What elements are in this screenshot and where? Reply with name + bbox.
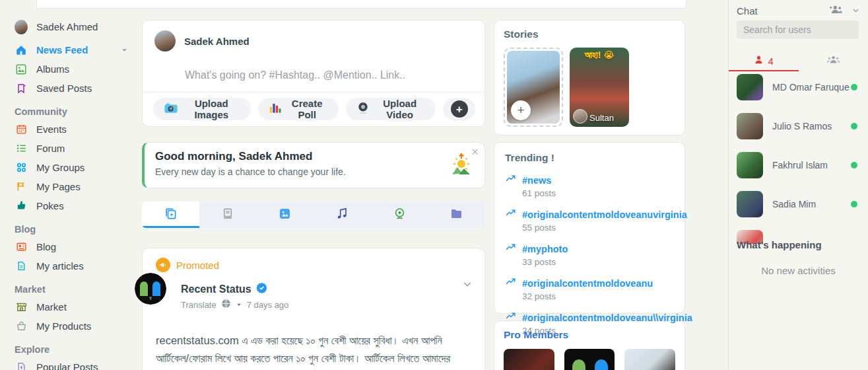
add-story-plus-icon[interactable]: + [511,100,531,120]
tab-live[interactable] [371,202,428,228]
trending-post-count: 55 posts [522,223,674,233]
sidebar-item-my-products[interactable]: My Products [8,316,137,336]
greeting-banner: Good morning, Sadek Ahmed Every new day … [142,142,485,188]
greeting-subtitle: Every new day is a chance to change your… [155,166,474,177]
trending-link[interactable]: #news [505,174,674,186]
sidebar-item-albums[interactable]: Albums [8,59,137,79]
list-icon [15,143,28,154]
home-icon [15,44,28,56]
tab-files[interactable] [428,202,485,228]
music-note-icon [336,207,348,222]
trending-up-icon [505,242,516,255]
pro-member-photo[interactable] [624,349,675,370]
composer-avatar [154,30,176,52]
tab-photos[interactable] [256,202,314,228]
chat-tab-contacts[interactable]: 4 [729,50,799,71]
chat-user-row[interactable]: MD Omar Faruque [737,74,859,100]
chat-search-input[interactable] [737,20,859,39]
profile-avatar [15,20,28,34]
hand-icon [15,200,28,211]
story-card[interactable]: আহা! 😭 Sultan [570,48,629,127]
group-icon [827,55,840,67]
svg-text:T: T [149,296,152,301]
camera-icon [164,102,178,116]
trending-up-icon [505,208,516,221]
popular-file-icon [15,361,28,370]
trending-post-count: 33 posts [522,257,674,267]
translate-link[interactable]: Translate [181,300,217,310]
online-status-dot [851,123,857,130]
sidebar-item-popular-posts[interactable]: Popular Posts [8,357,137,370]
upload-video-button[interactable]: Upload Video [346,98,436,120]
trending-item: #myphoto 33 posts [505,242,674,267]
sidebar-item-events[interactable]: Events [8,120,137,139]
trending-link[interactable]: #myphoto [505,242,674,255]
trending-up-icon [505,174,516,186]
status-input[interactable]: What's going on? #Hashtag.. @Mention.. L… [185,69,473,81]
tab-articles[interactable] [199,202,257,228]
sidebar-item-my-articles[interactable]: My articles [8,256,137,276]
section-header-community: Community [15,106,137,117]
bookmark-icon [15,83,28,94]
online-count: 4 [768,56,774,67]
chevron-down-icon[interactable] [121,44,128,56]
promoted-author-avatar[interactable]: T [135,273,166,305]
composer-more-button[interactable]: + [443,98,475,120]
poll-chart-icon [269,102,281,116]
stories-widget: Stories + আহা! 😭 Sultan [494,20,685,135]
trending-post-count: 32 posts [522,291,674,301]
chat-tab-groups[interactable] [799,50,868,71]
online-status-dot [851,84,857,91]
tab-sounds[interactable] [314,202,371,228]
sidebar-item-news-feed[interactable]: News Feed [8,40,137,59]
trending-item: #originalcontentmoldoveanu 32 posts [505,277,674,301]
folder-icon [450,207,463,223]
sidebar-item-market[interactable]: Market [8,297,137,316]
sidebar-item-forum[interactable]: Forum [8,139,137,158]
divider [143,92,484,92]
post-options-chevron-icon[interactable] [462,279,473,292]
post-time: 7 days ago [247,300,289,310]
trending-link[interactable]: #originalcontentmoldoveanu [505,277,674,289]
caret-down-icon[interactable] [236,300,242,310]
plus-icon: + [451,100,468,118]
albums-icon [15,63,28,75]
sidebar-item-blog[interactable]: Blog [8,237,137,256]
globe-icon [221,299,231,311]
trending-link[interactable]: #originalcontentmoldoveanuvirginia [505,208,674,221]
live-cam-icon [393,207,406,223]
sidebar-item-my-pages[interactable]: My Pages [8,177,137,196]
story-author-avatar [573,109,587,124]
topbar-sliver [36,0,686,9]
chat-collapse-chevron-icon[interactable] [851,5,860,17]
trending-link[interactable]: #originalcontentmoldoveanu\\virginia [505,311,674,324]
promoted-post: Promoted T Recent Status Translate [142,248,485,370]
tab-posts[interactable] [142,202,199,228]
pro-member-photo[interactable] [504,349,554,370]
whats-happening-title: What's happening [737,239,822,250]
sidebar-item-profile[interactable]: Sadek Ahmed [8,17,137,36]
sidebar-item-pokes[interactable]: Pokes [8,196,137,215]
avatar [737,113,763,139]
upload-images-button[interactable]: Upload Images [153,98,251,120]
story-overlay-text: আহা! 😭 [570,50,629,61]
chat-user-row[interactable]: Julio S Ramos [737,113,859,139]
newspaper-icon [15,241,28,252]
chat-user-list: MD Omar Faruque Julio S Ramos Fakhrul Is… [737,74,859,244]
sidebar-item-my-groups[interactable]: My Groups [8,158,137,177]
chat-user-row[interactable]: Sadia Mim [737,191,859,217]
trending-title: Trending ! [505,152,674,164]
feed-column: Sadek Ahmed What's going on? #Hashtag.. … [142,20,485,370]
create-poll-button[interactable]: Create Poll [258,98,339,120]
pro-member-photo[interactable] [564,349,615,370]
add-group-chat-icon[interactable] [829,5,842,17]
post-body-text: recentstatus.com এ এড করা হয়েছে ১০ গুন … [156,332,474,370]
promoted-author-name[interactable]: Recent Status [181,283,251,295]
sidebar-item-saved-posts[interactable]: Saved Posts [8,79,137,98]
trending-widget: Trending ! #news 61 posts #originalconte… [494,142,685,314]
chat-panel: Chat 4 [728,0,868,370]
chat-user-row[interactable]: Fakhrul Islam [737,152,859,178]
promoted-badge: Promoted [156,258,471,272]
add-story-card[interactable]: + [504,48,563,127]
webcam-icon [357,102,369,116]
